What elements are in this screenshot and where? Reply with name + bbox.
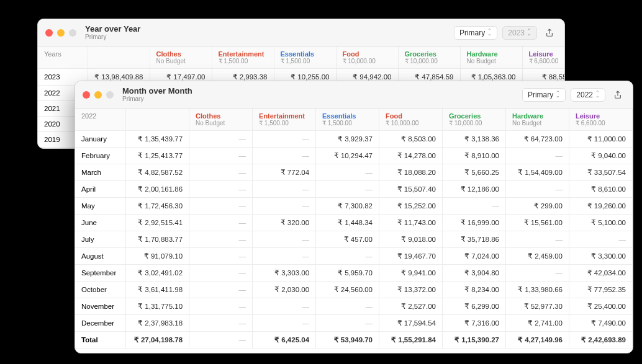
minimize-icon[interactable] [57, 29, 65, 37]
cell: ₹ 14,278.00 [379, 148, 443, 164]
cell: ₹ 3,929.37 [316, 131, 379, 148]
cell: ₹ 320.00 [253, 215, 316, 231]
month-row[interactable]: Total₹ 27,04,198.78—₹ 6,425.04₹ 53,949.7… [75, 332, 633, 348]
cell: ₹ 7,024.00 [443, 248, 506, 265]
month-row[interactable]: December₹ 2,37,983.18———₹ 17,594.54₹ 7,3… [75, 315, 633, 332]
year-selector-label: 2023 [508, 29, 525, 37]
cell: — [189, 215, 253, 231]
cell: — [316, 164, 379, 181]
month-row[interactable]: February₹ 1,25,413.77——₹ 10,294.47₹ 14,2… [75, 148, 633, 164]
month-row[interactable]: October₹ 3,61,411.98—₹ 2,030.00₹ 24,560.… [75, 282, 633, 298]
row-label[interactable]: October [75, 282, 126, 298]
row-label[interactable]: December [75, 315, 126, 332]
cell: — [189, 231, 253, 248]
account-selector[interactable]: Primary ⌃⌄ [454, 26, 497, 40]
share-button[interactable] [542, 26, 557, 40]
month-row[interactable]: June₹ 2,92,515.41—₹ 320.00₹ 1,448.34₹ 11… [75, 215, 633, 231]
cell: — [316, 315, 379, 332]
month-row[interactable]: January₹ 1,35,439.77——₹ 3,929.37₹ 8,503.… [75, 131, 633, 148]
row-label[interactable]: Total [75, 332, 126, 348]
category-header[interactable]: Food₹ 10,000.00 [379, 109, 443, 131]
title-text: Month over Month [122, 87, 192, 95]
category-header[interactable]: Leisure₹ 6,600.00 [522, 47, 564, 69]
cell: — [189, 282, 253, 298]
share-icon [545, 29, 554, 37]
cell: — [505, 231, 569, 248]
month-window: Month over Month Primary Primary ⌃⌄ 2022… [75, 81, 633, 353]
row-total: ₹ 1,25,413.77 [126, 148, 189, 164]
row-label[interactable]: March [75, 164, 126, 181]
month-row[interactable]: April₹ 2,00,161.86———₹ 15,507.40₹ 12,186… [75, 181, 633, 198]
close-icon[interactable] [45, 29, 53, 37]
cell: — [443, 198, 506, 215]
category-header[interactable]: HardwareNo Budget [460, 47, 522, 69]
row-label[interactable]: August [75, 248, 126, 265]
month-row[interactable]: September₹ 3,02,491.02—₹ 3,303.00₹ 5,959… [75, 265, 633, 282]
close-icon[interactable] [83, 91, 90, 99]
cell: ₹ 2,527.00 [379, 298, 443, 315]
cell: ₹ 9,040.00 [569, 148, 632, 164]
month-row[interactable]: November₹ 1,31,775.10———₹ 2,527.00₹ 6,29… [75, 298, 633, 315]
category-header[interactable]: Groceries₹ 10,000.00 [398, 47, 460, 69]
category-header[interactable]: Entertainment₹ 1,500.00 [212, 47, 274, 69]
cell: ₹ 9,941.00 [379, 265, 443, 282]
zoom-icon[interactable] [106, 91, 114, 99]
category-header[interactable]: Essentials₹ 1,500.00 [316, 109, 379, 131]
month-row[interactable]: July₹ 1,70,883.77——₹ 457.00₹ 9,018.00₹ 3… [75, 231, 633, 248]
cell: — [505, 265, 569, 282]
cell: ₹ 25,400.00 [569, 298, 632, 315]
cell: ₹ 8,234.00 [443, 282, 506, 298]
cell: — [189, 181, 253, 198]
cell: ₹ 16,999.00 [443, 215, 506, 231]
minimize-icon[interactable] [94, 91, 102, 99]
cell: — [189, 298, 253, 315]
row-total: ₹ 2,92,515.41 [126, 215, 189, 231]
month-row[interactable]: May₹ 1,72,456.30——₹ 7,300.82₹ 15,252.00—… [75, 198, 633, 215]
cell: — [253, 181, 316, 198]
share-button[interactable] [610, 88, 625, 102]
category-header[interactable]: Groceries₹ 10,000.00 [443, 109, 506, 131]
category-header[interactable]: HardwareNo Budget [505, 109, 569, 131]
cell: — [189, 131, 253, 148]
category-header[interactable]: Leisure₹ 6,600.00 [569, 109, 632, 131]
row-total: ₹ 1,72,456.30 [126, 198, 189, 215]
title-text: Year over Year [85, 25, 140, 33]
row-total: ₹ 27,04,198.78 [126, 332, 189, 348]
row-label[interactable]: June [75, 215, 126, 231]
cell: ₹ 7,490.00 [569, 315, 632, 332]
zoom-icon[interactable] [69, 29, 76, 37]
row-label[interactable]: September [75, 265, 126, 282]
chevron-updown-icon: ⌃⌄ [595, 91, 600, 99]
subtitle-text: Primary [122, 95, 192, 102]
cell: ₹ 12,186.00 [443, 181, 506, 198]
row-label[interactable]: July [75, 231, 126, 248]
category-header[interactable]: ClothesNo Budget [150, 47, 212, 69]
cell: ₹ 53,949.70 [316, 332, 379, 348]
account-selector-label: Primary [528, 91, 553, 99]
row-label[interactable]: November [75, 298, 126, 315]
row-total: ₹ 1,70,883.77 [126, 231, 189, 248]
cell: ₹ 8,910.00 [443, 148, 506, 164]
year-selector[interactable]: 2022 ⌃⌄ [571, 88, 605, 102]
category-header[interactable]: Entertainment₹ 1,500.00 [253, 109, 316, 131]
category-header[interactable]: ClothesNo Budget [189, 109, 253, 131]
category-header[interactable]: Food₹ 10,000.00 [336, 47, 398, 69]
category-header[interactable]: Essentials₹ 1,500.00 [274, 47, 336, 69]
cell: ₹ 299.00 [505, 198, 569, 215]
cell: ₹ 6,425.04 [253, 332, 316, 348]
account-selector[interactable]: Primary ⌃⌄ [522, 88, 566, 102]
cell: ₹ 7,300.82 [316, 198, 379, 215]
subtitle-text: Primary [85, 33, 140, 40]
cell: — [253, 231, 316, 248]
month-row[interactable]: August₹ 91,079.10———₹ 19,467.70₹ 7,024.0… [75, 248, 633, 265]
cell: ₹ 2,42,693.89 [569, 332, 632, 348]
row-label[interactable]: April [75, 181, 126, 198]
year-selector[interactable]: 2023 ⌃⌄ [502, 26, 537, 40]
row-label[interactable]: February [75, 148, 126, 164]
row-label[interactable]: January [75, 131, 126, 148]
cell: ₹ 3,904.80 [443, 265, 506, 282]
cell: ₹ 35,718.86 [443, 231, 506, 248]
row-label[interactable]: May [75, 198, 126, 215]
cell: — [253, 198, 316, 215]
month-row[interactable]: March₹ 4,82,587.52—₹ 772.04—₹ 18,088.20₹… [75, 164, 633, 181]
